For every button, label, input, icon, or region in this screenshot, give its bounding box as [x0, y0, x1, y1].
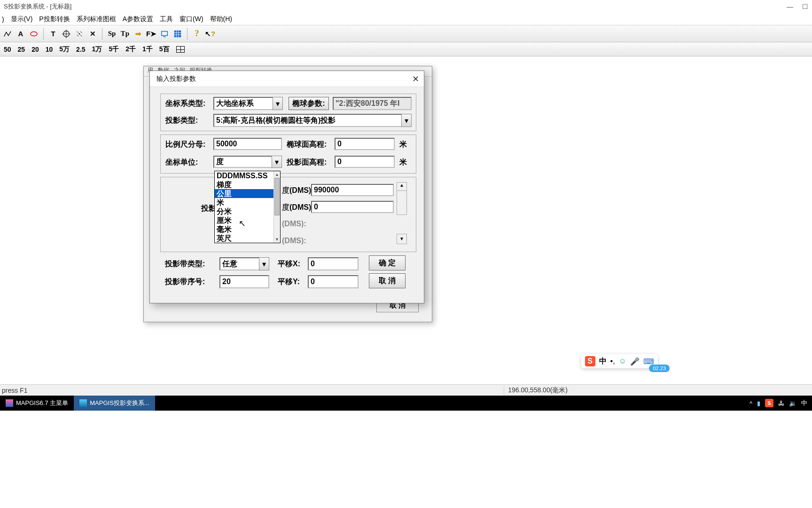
zone-type-combo[interactable]: ▾	[219, 257, 269, 270]
proj-height-input[interactable]	[335, 156, 395, 168]
svg-line-6	[77, 34, 79, 36]
window-controls: — ☐	[787, 3, 808, 10]
svg-rect-11	[174, 30, 181, 37]
menu-window[interactable]: 窗口(W)	[180, 15, 203, 24]
tray-ime-mode[interactable]: 中	[801, 399, 807, 407]
scale-denom-input[interactable]	[213, 138, 282, 150]
maximize-button[interactable]: ☐	[802, 3, 808, 10]
chevron-down-icon[interactable]: ▾	[401, 114, 412, 127]
t-marker-icon[interactable]: T	[47, 28, 59, 40]
dropdown-item-yingchi[interactable]: 英尺	[215, 234, 280, 243]
scroll-up-icon[interactable]: ▲	[274, 171, 280, 178]
ime-mode[interactable]: 中	[599, 357, 607, 366]
minimize-button[interactable]: —	[787, 3, 793, 10]
chevron-down-icon[interactable]: ▾	[259, 257, 269, 270]
text-icon[interactable]: A	[15, 28, 26, 40]
dropdown-scrollbar[interactable]: ▲ ▼	[273, 171, 280, 243]
scale-25[interactable]: 25	[18, 46, 25, 53]
scale-5wan[interactable]: 5万	[59, 45, 70, 54]
proj-type-combo[interactable]: ▾	[213, 114, 412, 127]
monitor-icon[interactable]	[159, 28, 170, 40]
dropdown-item-fenmi[interactable]: 分米	[215, 207, 280, 216]
menu-display[interactable]: 显示(V)	[11, 15, 33, 24]
ellipsoid-params-button[interactable]: 椭球参数:	[289, 97, 329, 110]
taskbar-item-mapgis-main[interactable]: MAPGIS6.7 主菜单	[0, 396, 74, 411]
sogou-logo-icon[interactable]: S	[585, 356, 595, 366]
dropdown-item-haomi[interactable]: 毫米	[215, 225, 280, 234]
zone-no-input[interactable]	[219, 275, 269, 288]
menu-params[interactable]: A参数设置	[123, 15, 153, 24]
arrow-right-icon[interactable]: ➡	[133, 28, 144, 40]
cancel-button[interactable]: 取 消	[369, 273, 406, 288]
shift-x-input[interactable]	[308, 257, 359, 270]
dropdown-item-limi[interactable]: 厘米	[215, 216, 280, 225]
chevron-down-icon[interactable]: ▾	[273, 97, 283, 110]
scale-1wan[interactable]: 1万	[92, 45, 102, 54]
proj-type-label: 投影类型:	[165, 116, 198, 126]
menu-help[interactable]: 帮助(H)	[210, 15, 232, 24]
scale-2p5[interactable]: 2.5	[76, 46, 85, 53]
tray-usb-icon[interactable]: ▮	[757, 400, 760, 407]
scale-1qian[interactable]: 1千	[142, 45, 153, 54]
tp-icon[interactable]: Tp	[119, 28, 131, 40]
ime-emoji-icon[interactable]: ☺	[619, 357, 626, 365]
ime-punct-icon[interactable]: •,	[610, 357, 615, 365]
target-icon[interactable]	[61, 28, 72, 40]
delete-x-icon[interactable]: ✕	[87, 28, 98, 40]
sp-icon[interactable]: Sp	[106, 28, 117, 40]
dms1-input[interactable]	[311, 184, 394, 196]
spin-buttons[interactable]: ▲	[397, 182, 407, 215]
dms2-suffix: 度(DMS)	[282, 203, 311, 213]
f-arrow-icon[interactable]: F➤	[146, 28, 157, 40]
spin-up-icon[interactable]: ▲	[397, 183, 406, 191]
tray-volume-icon[interactable]: 🔉	[789, 400, 796, 407]
scroll-down-icon[interactable]: ▼	[274, 236, 280, 243]
proj-height-label: 投影面高程:	[287, 158, 327, 167]
ime-float-bar[interactable]: S 中 •, ☺ 🎤 ⌨ 02.23	[581, 354, 658, 368]
ellipsoid-height-input[interactable]	[335, 138, 395, 150]
dropdown-item-dms[interactable]: DDDMMSS.SS	[215, 171, 280, 180]
coord-sys-type-combo[interactable]: ▾	[213, 97, 283, 110]
menu-standard-frame[interactable]: 系列标准图框	[77, 15, 116, 24]
coord-unit-dropdown[interactable]: DDDMMSS.SS 梯度 公里 米 分米 厘米 毫米 英尺 ▲ ▼	[214, 171, 281, 243]
polyline-icon[interactable]	[2, 28, 13, 40]
shift-y-input[interactable]	[308, 275, 359, 288]
svg-line-4	[77, 31, 79, 33]
scroll-thumb[interactable]	[274, 178, 280, 215]
scale-2qian[interactable]: 2千	[125, 45, 136, 54]
menu-tools[interactable]: 工具	[160, 15, 173, 24]
chevron-down-icon[interactable]: ▾	[272, 156, 282, 168]
scale-5bai[interactable]: 5百	[159, 45, 170, 54]
window-title: S投影变换系统 - [无标题]	[4, 2, 71, 11]
scale-20[interactable]: 20	[31, 46, 39, 53]
dropdown-item-mi[interactable]: 米	[215, 198, 280, 207]
scale-5qian[interactable]: 5千	[109, 45, 119, 54]
tray-sogou-icon[interactable]: S	[765, 399, 773, 407]
zone-no-label: 投影带序号:	[165, 277, 205, 287]
menu-projection[interactable]: P投影转换	[39, 15, 70, 24]
tray-network-icon[interactable]: 🖧	[778, 400, 784, 407]
svg-rect-9	[162, 31, 168, 35]
spin-down-icon[interactable]: ▼	[397, 234, 407, 244]
grid-toggle-icon[interactable]	[176, 46, 185, 53]
app-icon	[79, 399, 87, 407]
dialog-titlebar[interactable]: 输入投影参数 ✕	[150, 71, 424, 87]
dropdown-item-gongli[interactable]: 公里	[215, 189, 280, 198]
taskbar-item-label: MAPGIS投影变换系...	[90, 399, 149, 407]
scale-toolbar: 50 25 20 10 5万 2.5 1万 5千 2千 1千 5百	[0, 42, 812, 56]
close-icon[interactable]: ✕	[412, 74, 419, 84]
scale-50[interactable]: 50	[4, 46, 11, 53]
grid-blue-icon[interactable]	[172, 28, 183, 40]
oval-icon[interactable]	[28, 28, 39, 40]
scale-10[interactable]: 10	[46, 46, 53, 53]
dropdown-item-tidu[interactable]: 梯度	[215, 180, 280, 189]
whats-this-icon[interactable]: ↖?	[204, 28, 216, 40]
dms2-input[interactable]	[311, 201, 394, 213]
scatter-icon[interactable]	[74, 28, 85, 40]
tray-chevron-icon[interactable]: ^	[750, 400, 752, 407]
ok-button[interactable]: 确 定	[369, 255, 406, 270]
help-icon[interactable]: ?	[191, 28, 203, 40]
taskbar-item-mapgis-proj[interactable]: MAPGIS投影变换系...	[74, 396, 155, 411]
coord-unit-combo[interactable]: ▾	[213, 156, 282, 168]
ime-mic-icon[interactable]: 🎤	[630, 357, 640, 366]
